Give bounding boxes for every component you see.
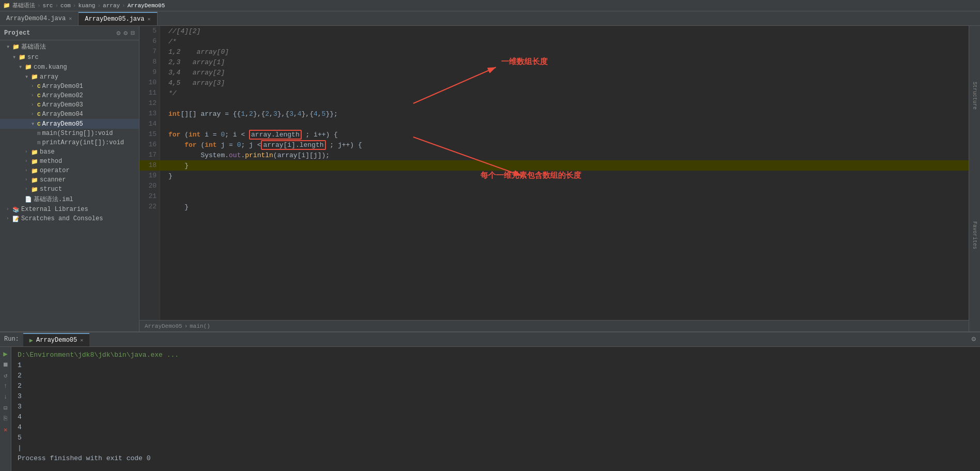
sync-icon[interactable]: ⚙ xyxy=(117,29,121,37)
folder-arrow-icon: › xyxy=(25,177,31,183)
bottom-panel: Run: ▶ ArrayDemo05 ✕ ⚙ ▶ ⏹ ↺ ↑ ↓ ⊟ ⎘ ✕ D… xyxy=(0,331,980,471)
tree-item[interactable]: m printArray(int[]):void xyxy=(0,138,139,147)
tab-arraydemo04[interactable]: ArrayDemo04.java ✕ xyxy=(0,12,79,25)
tree-label: ArrayDemo03 xyxy=(42,101,83,109)
tree-item[interactable]: ▾ 📁 基础语法 xyxy=(0,41,139,52)
tree-label: operator xyxy=(40,167,70,174)
tree-item[interactable]: › C ArrayDemo01 xyxy=(0,82,139,91)
code-line: for (int i = 0; i < array.length ; i++) … xyxy=(168,129,960,140)
bottom-tab-close-icon[interactable]: ✕ xyxy=(80,337,83,343)
code-line: 2,3 array[1] xyxy=(168,57,960,67)
folder-icon: 📁 xyxy=(31,158,38,165)
tree-item[interactable]: › 📁 method xyxy=(0,157,139,166)
console-line: 4 xyxy=(18,412,974,422)
sidebar-title: Project xyxy=(4,29,30,37)
favorites-tab[interactable]: Favorites xyxy=(971,217,978,253)
bc-folder-icon: 📁 xyxy=(3,2,10,9)
tree-label: base xyxy=(40,148,55,156)
code-line xyxy=(168,98,960,109)
scratch-arrow-icon: › xyxy=(6,216,12,221)
sidebar-item-scratches[interactable]: › 📝 Scratches and Consoles xyxy=(0,214,139,223)
class-arrow-icon: › xyxy=(31,112,37,117)
bc-kuang[interactable]: kuang xyxy=(78,3,95,9)
tree-item[interactable]: m main(String[]):void xyxy=(0,129,139,138)
right-panel: Structure Favorites xyxy=(969,26,980,331)
tree-item[interactable]: › 📁 struct xyxy=(0,185,139,194)
tree-label: ArrayDemo01 xyxy=(42,83,83,90)
tree-item[interactable]: › C ArrayDemo04 xyxy=(0,110,139,119)
tab-close-icon[interactable]: ✕ xyxy=(147,16,150,22)
code-line: 4,5 array[3] xyxy=(168,78,960,88)
folder-icon: 📁 xyxy=(31,168,38,174)
line-numbers: 5 6 7 8 9 10 11 12 13 14 15 16 17 18 19 … xyxy=(139,26,160,320)
console-line: 1 xyxy=(18,360,974,371)
breadcrumb-method: main() xyxy=(190,323,210,329)
tree-item[interactable]: › C ArrayDemo02 xyxy=(0,91,139,100)
clear-button[interactable]: ✕ xyxy=(1,425,10,434)
code-scroll[interactable]: 5 6 7 8 9 10 11 12 13 14 15 16 17 18 19 … xyxy=(139,26,969,320)
structure-tab[interactable]: Structure xyxy=(971,78,978,114)
bc-src[interactable]: src xyxy=(43,3,53,9)
method-icon: m xyxy=(37,130,41,136)
tree-label: 基础语法 xyxy=(21,42,46,51)
folder-arrow-icon: ▾ xyxy=(6,43,12,51)
tree-item[interactable]: ▾ 📁 com.kuang xyxy=(0,62,139,72)
code-line-18: } xyxy=(160,160,969,171)
scratch-icon: 📝 xyxy=(12,216,20,222)
copy-button[interactable]: ⎘ xyxy=(1,414,10,423)
tree-item[interactable]: › 📚 External Libraries xyxy=(0,205,139,214)
tree-item[interactable]: 📄 基础语法.iml xyxy=(0,194,139,205)
folder-arrow-icon: › xyxy=(25,168,31,173)
tab-arraydemo05[interactable]: ArrayDemo05.java ✕ xyxy=(79,12,157,25)
breadcrumb-sep: › xyxy=(184,323,188,329)
sidebar-header: Project ⚙ ⚙ ⊟ xyxy=(0,26,139,40)
class-icon: C xyxy=(37,102,41,108)
folder-arrow-icon: › xyxy=(25,159,31,164)
scroll-down-button[interactable]: ↓ xyxy=(1,392,10,402)
bc-com[interactable]: com xyxy=(60,3,71,9)
bc-array[interactable]: array xyxy=(103,3,120,9)
folder-icon: 📁 xyxy=(25,64,32,70)
scroll-up-button[interactable]: ↑ xyxy=(1,382,10,391)
console-line: 3 xyxy=(18,391,974,402)
tree-item[interactable]: ▾ 📁 src xyxy=(0,52,139,62)
rerun-button[interactable]: ↺ xyxy=(1,371,10,380)
tree-item[interactable]: › C ArrayDemo03 xyxy=(0,100,139,110)
bc-jijchu[interactable]: 基础语法 xyxy=(12,2,35,9)
console-line: 2 xyxy=(18,371,974,381)
tree-label: External Libraries xyxy=(21,206,88,213)
class-icon: C xyxy=(37,121,41,127)
folder-icon: 📁 xyxy=(19,54,26,60)
tree-item[interactable]: ▾ C ArrayDemo05 xyxy=(0,119,139,129)
tree-item[interactable]: ▾ 📁 array xyxy=(0,72,139,82)
gear-icon[interactable]: ⚙ xyxy=(123,29,128,37)
filter-button[interactable]: ⊟ xyxy=(1,403,10,413)
folder-icon: 📁 xyxy=(31,186,38,193)
code-content[interactable]: //[4][2] /* 1,2 array[0] 2,3 array[1] 3,… xyxy=(160,26,969,320)
tree-item[interactable]: › 📁 operator xyxy=(0,166,139,175)
code-line xyxy=(168,181,960,191)
collapse-icon[interactable]: ⊟ xyxy=(131,29,135,37)
code-line: System.out.println(array[i][j]); xyxy=(168,150,960,160)
tree-label: ArrayDemo02 xyxy=(42,92,83,99)
tree-item[interactable]: › 📁 base xyxy=(0,147,139,157)
bottom-tab-label: ArrayDemo05 xyxy=(36,337,77,344)
tree-label: struct xyxy=(40,186,62,193)
folder-arrow-icon: › xyxy=(25,187,31,192)
code-breadcrumb: ArrayDemo05 › main() xyxy=(139,320,969,331)
tree-label: 基础语法.iml xyxy=(34,195,73,204)
bottom-tabs: Run: ▶ ArrayDemo05 ✕ ⚙ xyxy=(0,332,980,347)
settings-icon[interactable]: ⚙ xyxy=(968,332,980,346)
top-bar: 📁 基础语法 › src › com › kuang › array › Arr… xyxy=(0,0,980,11)
console-output[interactable]: D:\Environment\jdk8\jdk\bin\java.exe ...… xyxy=(11,347,980,471)
code-line: //[4][2] xyxy=(168,26,960,36)
bc-arraydemo05[interactable]: ArrayDemo05 xyxy=(128,3,165,9)
stop-button[interactable]: ⏹ xyxy=(1,360,10,369)
run-label: Run: xyxy=(0,332,23,346)
bottom-tab-arraydemo05[interactable]: ▶ ArrayDemo05 ✕ xyxy=(23,333,89,346)
code-area: 5 6 7 8 9 10 11 12 13 14 15 16 17 18 19 … xyxy=(139,26,969,331)
run-button[interactable]: ▶ xyxy=(1,349,10,358)
tab-close-icon[interactable]: ✕ xyxy=(69,16,72,22)
tree-item[interactable]: › 📁 scanner xyxy=(0,175,139,185)
run-icon: ▶ xyxy=(29,337,33,344)
